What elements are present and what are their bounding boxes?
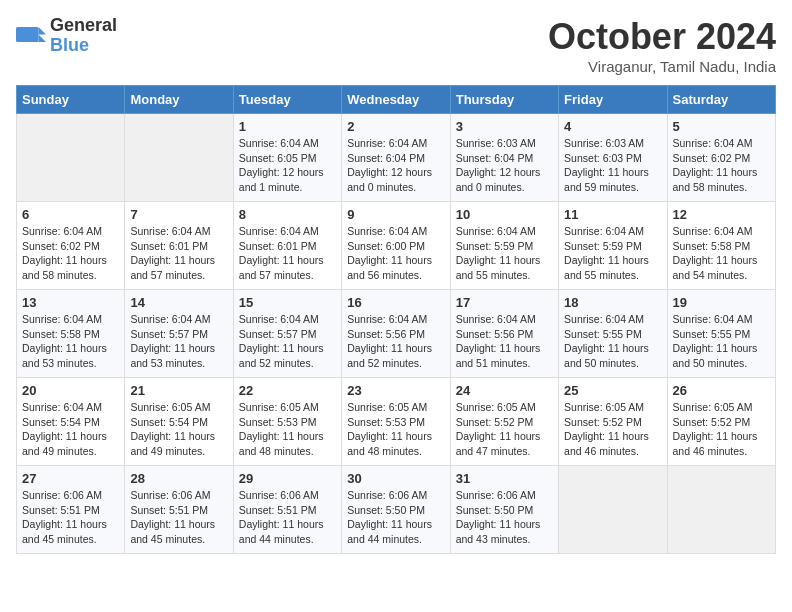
day-content: Sunrise: 6:04 AM Sunset: 6:02 PM Dayligh… (673, 136, 770, 195)
calendar-cell: 7Sunrise: 6:04 AM Sunset: 6:01 PM Daylig… (125, 202, 233, 290)
calendar-cell: 22Sunrise: 6:05 AM Sunset: 5:53 PM Dayli… (233, 378, 341, 466)
calendar-cell: 26Sunrise: 6:05 AM Sunset: 5:52 PM Dayli… (667, 378, 775, 466)
day-content: Sunrise: 6:05 AM Sunset: 5:52 PM Dayligh… (564, 400, 661, 459)
day-number: 10 (456, 207, 553, 222)
calendar-cell: 20Sunrise: 6:04 AM Sunset: 5:54 PM Dayli… (17, 378, 125, 466)
location: Viraganur, Tamil Nadu, India (548, 58, 776, 75)
day-number: 26 (673, 383, 770, 398)
day-number: 23 (347, 383, 444, 398)
day-content: Sunrise: 6:04 AM Sunset: 5:56 PM Dayligh… (347, 312, 444, 371)
week-row-1: 1Sunrise: 6:04 AM Sunset: 6:05 PM Daylig… (17, 114, 776, 202)
day-number: 31 (456, 471, 553, 486)
header-cell-sunday: Sunday (17, 86, 125, 114)
day-number: 11 (564, 207, 661, 222)
day-number: 24 (456, 383, 553, 398)
calendar-cell: 29Sunrise: 6:06 AM Sunset: 5:51 PM Dayli… (233, 466, 341, 554)
day-content: Sunrise: 6:04 AM Sunset: 5:55 PM Dayligh… (673, 312, 770, 371)
day-content: Sunrise: 6:04 AM Sunset: 5:55 PM Dayligh… (564, 312, 661, 371)
logo-text: General Blue (50, 16, 117, 56)
day-number: 20 (22, 383, 119, 398)
svg-rect-3 (16, 27, 39, 42)
week-row-3: 13Sunrise: 6:04 AM Sunset: 5:58 PM Dayli… (17, 290, 776, 378)
calendar-cell: 10Sunrise: 6:04 AM Sunset: 5:59 PM Dayli… (450, 202, 558, 290)
day-number: 30 (347, 471, 444, 486)
day-number: 5 (673, 119, 770, 134)
month-title: October 2024 (548, 16, 776, 58)
day-number: 9 (347, 207, 444, 222)
calendar-cell: 24Sunrise: 6:05 AM Sunset: 5:52 PM Dayli… (450, 378, 558, 466)
day-content: Sunrise: 6:06 AM Sunset: 5:51 PM Dayligh… (22, 488, 119, 547)
day-content: Sunrise: 6:04 AM Sunset: 5:57 PM Dayligh… (130, 312, 227, 371)
header-cell-friday: Friday (559, 86, 667, 114)
day-content: Sunrise: 6:04 AM Sunset: 5:59 PM Dayligh… (564, 224, 661, 283)
day-number: 13 (22, 295, 119, 310)
day-number: 1 (239, 119, 336, 134)
day-content: Sunrise: 6:05 AM Sunset: 5:52 PM Dayligh… (673, 400, 770, 459)
day-content: Sunrise: 6:05 AM Sunset: 5:52 PM Dayligh… (456, 400, 553, 459)
day-number: 27 (22, 471, 119, 486)
calendar-cell: 6Sunrise: 6:04 AM Sunset: 6:02 PM Daylig… (17, 202, 125, 290)
day-content: Sunrise: 6:06 AM Sunset: 5:50 PM Dayligh… (347, 488, 444, 547)
week-row-5: 27Sunrise: 6:06 AM Sunset: 5:51 PM Dayli… (17, 466, 776, 554)
day-content: Sunrise: 6:03 AM Sunset: 6:03 PM Dayligh… (564, 136, 661, 195)
logo-line2: Blue (50, 36, 117, 56)
day-number: 25 (564, 383, 661, 398)
day-content: Sunrise: 6:04 AM Sunset: 5:58 PM Dayligh… (673, 224, 770, 283)
calendar-cell (125, 114, 233, 202)
day-number: 6 (22, 207, 119, 222)
day-number: 21 (130, 383, 227, 398)
calendar-cell: 14Sunrise: 6:04 AM Sunset: 5:57 PM Dayli… (125, 290, 233, 378)
day-content: Sunrise: 6:04 AM Sunset: 6:01 PM Dayligh… (130, 224, 227, 283)
header-cell-saturday: Saturday (667, 86, 775, 114)
calendar-cell: 2Sunrise: 6:04 AM Sunset: 6:04 PM Daylig… (342, 114, 450, 202)
logo-line1: General (50, 16, 117, 36)
day-number: 3 (456, 119, 553, 134)
day-number: 8 (239, 207, 336, 222)
day-content: Sunrise: 6:04 AM Sunset: 6:01 PM Dayligh… (239, 224, 336, 283)
calendar-cell (667, 466, 775, 554)
day-number: 19 (673, 295, 770, 310)
day-content: Sunrise: 6:05 AM Sunset: 5:53 PM Dayligh… (347, 400, 444, 459)
day-number: 7 (130, 207, 227, 222)
week-row-2: 6Sunrise: 6:04 AM Sunset: 6:02 PM Daylig… (17, 202, 776, 290)
day-number: 29 (239, 471, 336, 486)
calendar-cell: 3Sunrise: 6:03 AM Sunset: 6:04 PM Daylig… (450, 114, 558, 202)
calendar-cell: 27Sunrise: 6:06 AM Sunset: 5:51 PM Dayli… (17, 466, 125, 554)
day-number: 12 (673, 207, 770, 222)
title-block: October 2024 Viraganur, Tamil Nadu, Indi… (548, 16, 776, 75)
calendar-cell: 1Sunrise: 6:04 AM Sunset: 6:05 PM Daylig… (233, 114, 341, 202)
logo: General Blue (16, 16, 117, 56)
calendar-cell: 28Sunrise: 6:06 AM Sunset: 5:51 PM Dayli… (125, 466, 233, 554)
day-content: Sunrise: 6:04 AM Sunset: 6:00 PM Dayligh… (347, 224, 444, 283)
calendar-cell: 16Sunrise: 6:04 AM Sunset: 5:56 PM Dayli… (342, 290, 450, 378)
day-content: Sunrise: 6:04 AM Sunset: 6:02 PM Dayligh… (22, 224, 119, 283)
day-content: Sunrise: 6:04 AM Sunset: 6:04 PM Dayligh… (347, 136, 444, 195)
day-content: Sunrise: 6:04 AM Sunset: 5:57 PM Dayligh… (239, 312, 336, 371)
calendar-cell: 19Sunrise: 6:04 AM Sunset: 5:55 PM Dayli… (667, 290, 775, 378)
calendar-cell: 25Sunrise: 6:05 AM Sunset: 5:52 PM Dayli… (559, 378, 667, 466)
calendar-cell (559, 466, 667, 554)
day-content: Sunrise: 6:04 AM Sunset: 5:56 PM Dayligh… (456, 312, 553, 371)
day-number: 17 (456, 295, 553, 310)
day-content: Sunrise: 6:05 AM Sunset: 5:54 PM Dayligh… (130, 400, 227, 459)
calendar-table: SundayMondayTuesdayWednesdayThursdayFrid… (16, 85, 776, 554)
day-number: 2 (347, 119, 444, 134)
day-number: 16 (347, 295, 444, 310)
calendar-cell: 18Sunrise: 6:04 AM Sunset: 5:55 PM Dayli… (559, 290, 667, 378)
calendar-cell: 9Sunrise: 6:04 AM Sunset: 6:00 PM Daylig… (342, 202, 450, 290)
calendar-cell: 4Sunrise: 6:03 AM Sunset: 6:03 PM Daylig… (559, 114, 667, 202)
calendar-cell (17, 114, 125, 202)
day-number: 18 (564, 295, 661, 310)
calendar-cell: 5Sunrise: 6:04 AM Sunset: 6:02 PM Daylig… (667, 114, 775, 202)
calendar-cell: 12Sunrise: 6:04 AM Sunset: 5:58 PM Dayli… (667, 202, 775, 290)
day-content: Sunrise: 6:04 AM Sunset: 5:58 PM Dayligh… (22, 312, 119, 371)
day-number: 15 (239, 295, 336, 310)
day-number: 14 (130, 295, 227, 310)
day-content: Sunrise: 6:04 AM Sunset: 5:59 PM Dayligh… (456, 224, 553, 283)
day-content: Sunrise: 6:06 AM Sunset: 5:50 PM Dayligh… (456, 488, 553, 547)
calendar-cell: 11Sunrise: 6:04 AM Sunset: 5:59 PM Dayli… (559, 202, 667, 290)
header-cell-monday: Monday (125, 86, 233, 114)
header-row: SundayMondayTuesdayWednesdayThursdayFrid… (17, 86, 776, 114)
calendar-cell: 8Sunrise: 6:04 AM Sunset: 6:01 PM Daylig… (233, 202, 341, 290)
day-content: Sunrise: 6:04 AM Sunset: 6:05 PM Dayligh… (239, 136, 336, 195)
